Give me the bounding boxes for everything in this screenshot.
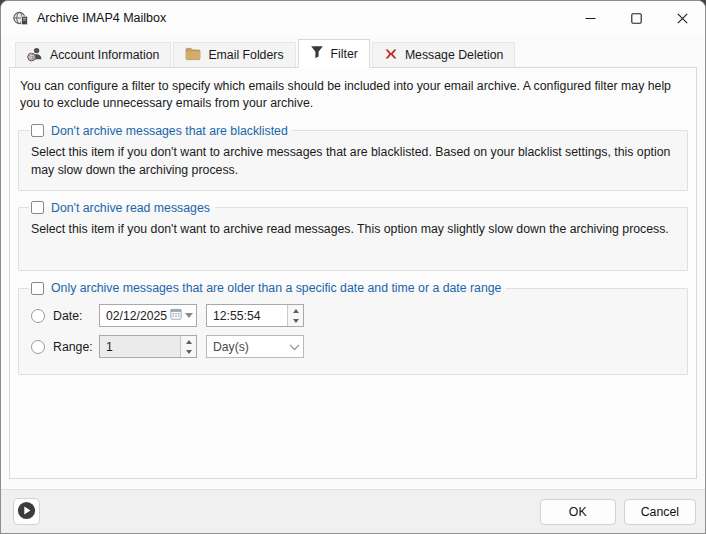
range-radio-label: Range: [53, 340, 99, 354]
blacklisted-description: Select this item if you don't want to ar… [29, 140, 677, 182]
red-x-icon [384, 47, 398, 64]
start-archiving-button[interactable] [13, 498, 40, 525]
window-controls [567, 1, 705, 35]
tab-account-information[interactable]: @ Account Information [15, 42, 171, 67]
ok-button[interactable]: OK [540, 499, 616, 525]
close-button[interactable] [659, 1, 705, 35]
time-spin-down-icon[interactable] [288, 316, 303, 327]
time-spin-up-icon[interactable] [288, 305, 303, 316]
calendar-icon [170, 308, 182, 323]
read-messages-checkbox-label[interactable]: Don't archive read messages [51, 201, 210, 215]
filter-funnel-icon [310, 45, 324, 62]
play-circle-icon [17, 501, 36, 523]
svg-text:@: @ [28, 53, 35, 61]
group-older-than-legend: Only archive messages that are older tha… [29, 281, 506, 295]
tab-strip: @ Account Information Email Folders Filt… [1, 35, 705, 67]
date-radio[interactable] [31, 309, 45, 323]
mailbox-globe-icon [12, 10, 29, 27]
titlebar: Archive IMAP4 Mailbox [1, 1, 705, 35]
older-than-checkbox[interactable] [31, 282, 44, 295]
window-title: Archive IMAP4 Mailbox [37, 11, 166, 25]
dialog-buttons: OK Cancel [540, 499, 696, 525]
archive-imap4-mailbox-dialog: Archive IMAP4 Mailbox @ A [0, 0, 706, 534]
date-dropdown-arrow-icon[interactable] [185, 313, 193, 318]
tab-message-deletion[interactable]: Message Deletion [372, 42, 515, 67]
minimize-button[interactable] [567, 1, 613, 35]
account-at-icon: @ [27, 46, 43, 65]
group-read-messages-legend: Don't archive read messages [29, 201, 215, 215]
tab-email-folders[interactable]: Email Folders [173, 42, 295, 67]
group-blacklisted-legend: Don't archive messages that are blacklis… [29, 124, 293, 138]
range-unit-select[interactable]: Day(s) [206, 335, 304, 358]
tab-label: Email Folders [208, 48, 283, 62]
date-value: 02/12/2025 [100, 309, 167, 323]
group-read-messages: Don't archive read messages Select this … [18, 201, 688, 272]
tab-label: Account Information [50, 48, 159, 62]
intro-text: You can configure a filter to specify wh… [10, 68, 696, 121]
read-messages-description: Select this item if you don't want to ar… [29, 217, 677, 241]
cancel-button[interactable]: Cancel [624, 499, 696, 525]
chevron-down-icon [289, 340, 300, 354]
time-value: 12:55:54 [207, 309, 260, 323]
maximize-button[interactable] [613, 1, 659, 35]
tab-filter[interactable]: Filter [298, 39, 370, 68]
range-unit-value: Day(s) [207, 340, 249, 354]
group-older-than: Only archive messages that are older tha… [18, 281, 688, 375]
filter-tab-panel: You can configure a filter to specify wh… [9, 67, 697, 479]
range-radio[interactable] [31, 340, 45, 354]
date-option-row: Date: 02/12/2025 [31, 304, 677, 327]
footer-bar: OK Cancel [1, 489, 705, 533]
blacklisted-checkbox[interactable] [31, 124, 44, 137]
blacklisted-checkbox-label[interactable]: Don't archive messages that are blacklis… [51, 124, 288, 138]
range-spin-down-icon[interactable] [181, 347, 196, 358]
group-blacklisted: Don't archive messages that are blacklis… [18, 124, 688, 191]
range-spin-up-icon[interactable] [181, 336, 196, 347]
time-spinner [287, 305, 303, 326]
range-option-row: Range: 1 Day(s) [31, 335, 677, 358]
range-spinner [180, 336, 196, 357]
time-field[interactable]: 12:55:54 [206, 304, 304, 327]
range-value: 1 [100, 340, 113, 354]
range-number-field[interactable]: 1 [99, 335, 197, 358]
tab-label: Message Deletion [405, 48, 503, 62]
folder-icon [185, 47, 201, 64]
read-messages-checkbox[interactable] [31, 201, 44, 214]
date-picker-field[interactable]: 02/12/2025 [99, 304, 197, 327]
tab-label: Filter [331, 47, 358, 61]
date-radio-label: Date: [53, 309, 99, 323]
older-than-checkbox-label[interactable]: Only archive messages that are older tha… [51, 281, 501, 295]
